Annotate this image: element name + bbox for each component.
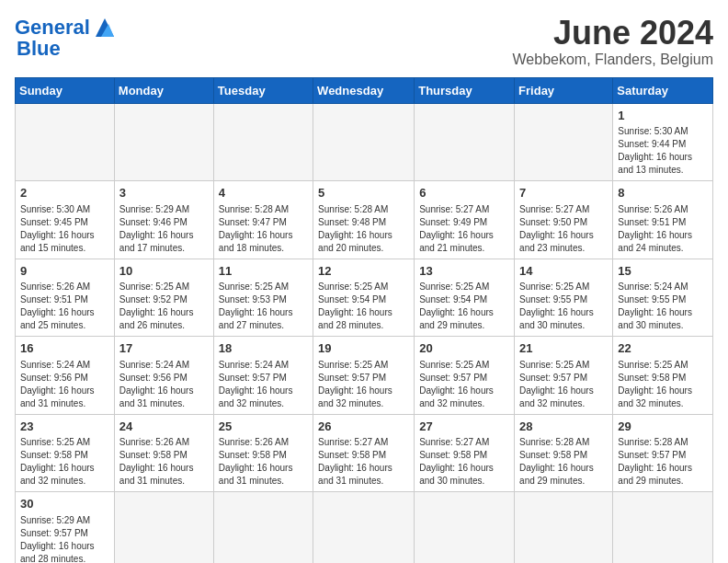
day-info: Sunrise: 5:27 AM Sunset: 9:49 PM Dayligh…: [419, 203, 509, 255]
logo-icon: [92, 15, 118, 40]
day-number: 6: [419, 185, 509, 201]
day-info: Sunrise: 5:28 AM Sunset: 9:58 PM Dayligh…: [519, 436, 608, 488]
day-info: Sunrise: 5:26 AM Sunset: 9:51 PM Dayligh…: [20, 281, 109, 332]
calendar-day-cell: 3Sunrise: 5:29 AM Sunset: 9:46 PM Daylig…: [114, 181, 213, 259]
day-number: 9: [20, 263, 109, 280]
day-number: 1: [618, 108, 708, 124]
day-number: 4: [219, 185, 308, 201]
calendar-day-cell: 14Sunrise: 5:25 AM Sunset: 9:55 PM Dayli…: [515, 259, 613, 337]
calendar-day-cell: [114, 492, 213, 563]
day-number: 5: [318, 185, 409, 201]
day-info: Sunrise: 5:26 AM Sunset: 9:58 PM Dayligh…: [119, 436, 209, 488]
day-number: 28: [519, 419, 608, 435]
day-info: Sunrise: 5:28 AM Sunset: 9:47 PM Dayligh…: [219, 203, 308, 255]
day-info: Sunrise: 5:24 AM Sunset: 9:57 PM Dayligh…: [219, 359, 308, 410]
weekday-header: Saturday: [613, 77, 713, 103]
day-number: 13: [419, 263, 509, 280]
day-number: 23: [20, 419, 109, 435]
location-title: Webbekom, Flanders, Belgium: [513, 52, 713, 68]
day-number: 26: [318, 419, 409, 435]
day-info: Sunrise: 5:25 AM Sunset: 9:52 PM Dayligh…: [119, 281, 209, 332]
day-number: 11: [219, 263, 308, 280]
calendar-day-cell: 28Sunrise: 5:28 AM Sunset: 9:58 PM Dayli…: [515, 414, 613, 492]
calendar-day-cell: 12Sunrise: 5:25 AM Sunset: 9:54 PM Dayli…: [313, 259, 415, 337]
logo-general: General: [15, 16, 90, 39]
day-info: Sunrise: 5:27 AM Sunset: 9:50 PM Dayligh…: [519, 203, 608, 255]
day-number: 21: [519, 340, 608, 357]
day-info: Sunrise: 5:24 AM Sunset: 9:56 PM Dayligh…: [119, 359, 209, 410]
calendar-day-cell: 19Sunrise: 5:25 AM Sunset: 9:57 PM Dayli…: [313, 337, 415, 415]
day-info: Sunrise: 5:24 AM Sunset: 9:55 PM Dayligh…: [618, 281, 708, 332]
day-number: 10: [119, 263, 209, 280]
calendar-day-cell: 15Sunrise: 5:24 AM Sunset: 9:55 PM Dayli…: [613, 259, 713, 337]
day-number: 25: [219, 419, 308, 435]
day-info: Sunrise: 5:25 AM Sunset: 9:57 PM Dayligh…: [318, 359, 409, 410]
day-info: Sunrise: 5:24 AM Sunset: 9:56 PM Dayligh…: [20, 359, 109, 410]
calendar-day-cell: 24Sunrise: 5:26 AM Sunset: 9:58 PM Dayli…: [114, 414, 213, 492]
day-info: Sunrise: 5:25 AM Sunset: 9:57 PM Dayligh…: [419, 359, 509, 410]
weekday-header-row: SundayMondayTuesdayWednesdayThursdayFrid…: [16, 77, 713, 103]
day-number: 8: [618, 185, 708, 201]
calendar-day-cell: [213, 103, 313, 181]
calendar-day-cell: 8Sunrise: 5:26 AM Sunset: 9:51 PM Daylig…: [613, 181, 713, 259]
day-number: 14: [519, 263, 608, 280]
calendar-day-cell: [213, 492, 313, 563]
calendar-day-cell: 16Sunrise: 5:24 AM Sunset: 9:56 PM Dayli…: [16, 337, 115, 415]
month-title: June 2024: [513, 15, 713, 52]
day-info: Sunrise: 5:25 AM Sunset: 9:54 PM Dayligh…: [318, 281, 409, 332]
day-number: 30: [20, 496, 109, 512]
calendar-day-cell: 26Sunrise: 5:27 AM Sunset: 9:58 PM Dayli…: [313, 414, 415, 492]
day-number: 3: [119, 185, 209, 201]
calendar-day-cell: [415, 103, 515, 181]
calendar-day-cell: 27Sunrise: 5:27 AM Sunset: 9:58 PM Dayli…: [415, 414, 515, 492]
calendar-week-row: 16Sunrise: 5:24 AM Sunset: 9:56 PM Dayli…: [16, 337, 713, 415]
day-info: Sunrise: 5:25 AM Sunset: 9:57 PM Dayligh…: [519, 359, 608, 410]
day-info: Sunrise: 5:30 AM Sunset: 9:44 PM Dayligh…: [618, 125, 708, 177]
calendar-day-cell: 20Sunrise: 5:25 AM Sunset: 9:57 PM Dayli…: [415, 337, 515, 415]
calendar-day-cell: 13Sunrise: 5:25 AM Sunset: 9:54 PM Dayli…: [415, 259, 515, 337]
day-number: 22: [618, 340, 708, 357]
day-info: Sunrise: 5:26 AM Sunset: 9:51 PM Dayligh…: [618, 203, 708, 255]
day-number: 12: [318, 263, 409, 280]
day-number: 19: [318, 340, 409, 357]
page-header: General Blue June 2024 Webbekom, Flander…: [15, 15, 713, 68]
calendar-day-cell: [515, 103, 613, 181]
calendar-day-cell: 18Sunrise: 5:24 AM Sunset: 9:57 PM Dayli…: [213, 337, 313, 415]
calendar-week-row: 23Sunrise: 5:25 AM Sunset: 9:58 PM Dayli…: [16, 414, 713, 492]
weekday-header: Monday: [114, 77, 213, 103]
calendar-day-cell: 22Sunrise: 5:25 AM Sunset: 9:58 PM Dayli…: [613, 337, 713, 415]
day-number: 24: [119, 419, 209, 435]
day-number: 16: [20, 340, 109, 357]
day-number: 20: [419, 340, 509, 357]
calendar-day-cell: [613, 492, 713, 563]
day-info: Sunrise: 5:28 AM Sunset: 9:48 PM Dayligh…: [318, 203, 409, 255]
logo-blue: Blue: [17, 37, 61, 60]
calendar-week-row: 9Sunrise: 5:26 AM Sunset: 9:51 PM Daylig…: [16, 259, 713, 337]
day-info: Sunrise: 5:29 AM Sunset: 9:46 PM Dayligh…: [119, 203, 209, 255]
day-number: 18: [219, 340, 308, 357]
day-number: 27: [419, 419, 509, 435]
day-info: Sunrise: 5:25 AM Sunset: 9:58 PM Dayligh…: [618, 359, 708, 410]
calendar-day-cell: [515, 492, 613, 563]
calendar-day-cell: 7Sunrise: 5:27 AM Sunset: 9:50 PM Daylig…: [515, 181, 613, 259]
calendar-day-cell: 23Sunrise: 5:25 AM Sunset: 9:58 PM Dayli…: [16, 414, 115, 492]
calendar-day-cell: [114, 103, 213, 181]
day-info: Sunrise: 5:25 AM Sunset: 9:58 PM Dayligh…: [20, 436, 109, 488]
day-number: 17: [119, 340, 209, 357]
weekday-header: Sunday: [16, 77, 115, 103]
day-info: Sunrise: 5:25 AM Sunset: 9:54 PM Dayligh…: [419, 281, 509, 332]
logo-text: General: [15, 17, 90, 38]
calendar-day-cell: 11Sunrise: 5:25 AM Sunset: 9:53 PM Dayli…: [213, 259, 313, 337]
calendar-table: SundayMondayTuesdayWednesdayThursdayFrid…: [15, 77, 713, 563]
calendar-week-row: 1Sunrise: 5:30 AM Sunset: 9:44 PM Daylig…: [16, 103, 713, 181]
calendar-day-cell: 2Sunrise: 5:30 AM Sunset: 9:45 PM Daylig…: [16, 181, 115, 259]
day-info: Sunrise: 5:26 AM Sunset: 9:58 PM Dayligh…: [219, 436, 308, 488]
calendar-day-cell: 21Sunrise: 5:25 AM Sunset: 9:57 PM Dayli…: [515, 337, 613, 415]
day-info: Sunrise: 5:27 AM Sunset: 9:58 PM Dayligh…: [318, 436, 409, 488]
logo: General Blue: [15, 15, 118, 61]
calendar-day-cell: [16, 103, 115, 181]
day-number: 7: [519, 185, 608, 201]
weekday-header: Wednesday: [313, 77, 415, 103]
calendar-day-cell: 10Sunrise: 5:25 AM Sunset: 9:52 PM Dayli…: [114, 259, 213, 337]
day-info: Sunrise: 5:29 AM Sunset: 9:57 PM Dayligh…: [20, 514, 109, 563]
